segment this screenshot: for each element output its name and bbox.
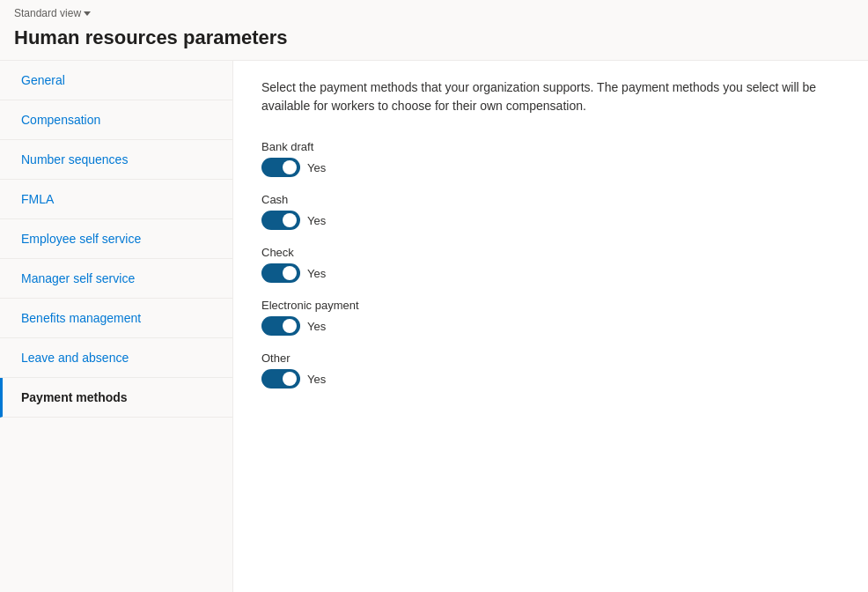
page-container: Standard view Human resources parameters… (0, 0, 868, 592)
sidebar-item-label-benefits-management: Benefits management (21, 311, 141, 325)
main-content: GeneralCompensationNumber sequencesFMLAE… (0, 60, 868, 592)
method-label-bank-draft: Bank draft (261, 140, 840, 153)
toggle-row-other: Yes (261, 369, 840, 388)
toggle-thumb-other (283, 372, 297, 386)
sidebar-item-compensation[interactable]: Compensation (0, 100, 232, 140)
sidebar-item-label-manager-self-service: Manager self service (21, 271, 135, 285)
payment-method-row-check: CheckYes (261, 246, 840, 283)
toggle-track-bank-draft (261, 158, 300, 177)
toggle-row-bank-draft: Yes (261, 158, 840, 177)
page-title: Human resources parameters (0, 23, 868, 60)
toggle-track-cash (261, 211, 300, 230)
toggle-thumb-cash (283, 213, 297, 227)
chevron-down-icon (84, 11, 91, 16)
toggle-track-check (261, 263, 300, 283)
toggle-electronic-payment[interactable] (261, 316, 300, 336)
method-label-check: Check (261, 246, 840, 259)
toggle-other[interactable] (261, 369, 300, 388)
top-bar: Standard view (0, 0, 868, 23)
payment-method-row-electronic-payment: Electronic paymentYes (261, 299, 840, 336)
sidebar-item-number-sequences[interactable]: Number sequences (0, 140, 232, 180)
sidebar-item-label-number-sequences: Number sequences (21, 152, 128, 166)
sidebar-item-label-fmla: FMLA (21, 192, 54, 206)
method-label-cash: Cash (261, 193, 840, 206)
sidebar-item-leave-and-absence[interactable]: Leave and absence (0, 338, 232, 378)
sidebar-item-general[interactable]: General (0, 61, 232, 100)
toggle-row-cash: Yes (261, 211, 840, 230)
toggle-check[interactable] (261, 263, 300, 283)
method-label-electronic-payment: Electronic payment (261, 299, 840, 312)
toggle-yes-label-bank-draft: Yes (307, 161, 326, 174)
sidebar-item-fmla[interactable]: FMLA (0, 180, 232, 219)
description-text: Select the payment methods that your org… (261, 78, 840, 115)
sidebar-item-benefits-management[interactable]: Benefits management (0, 299, 232, 338)
sidebar-item-manager-self-service[interactable]: Manager self service (0, 259, 232, 299)
toggle-cash[interactable] (261, 211, 300, 230)
payment-method-row-other: OtherYes (261, 352, 840, 388)
toggle-yes-label-electronic-payment: Yes (307, 320, 326, 333)
toggle-thumb-check (283, 266, 297, 280)
method-label-other: Other (261, 352, 840, 365)
payment-method-row-cash: CashYes (261, 193, 840, 230)
sidebar-item-employee-self-service[interactable]: Employee self service (0, 219, 232, 259)
sidebar-item-label-payment-methods: Payment methods (21, 390, 128, 404)
toggle-yes-label-cash: Yes (307, 214, 326, 227)
toggle-row-electronic-payment: Yes (261, 316, 840, 336)
toggle-thumb-bank-draft (283, 160, 297, 174)
sidebar-item-label-general: General (21, 73, 65, 87)
sidebar-item-payment-methods[interactable]: Payment methods (0, 378, 232, 418)
sidebar-item-label-leave-and-absence: Leave and absence (21, 351, 129, 365)
sidebar: GeneralCompensationNumber sequencesFMLAE… (0, 61, 233, 592)
content-area: Select the payment methods that your org… (233, 61, 868, 592)
toggle-track-other (261, 369, 300, 388)
toggle-track-electronic-payment (261, 316, 300, 336)
sidebar-item-label-compensation: Compensation (21, 113, 100, 127)
toggle-bank-draft[interactable] (261, 158, 300, 177)
standard-view-button[interactable]: Standard view (14, 7, 91, 19)
payment-method-row-bank-draft: Bank draftYes (261, 140, 840, 177)
standard-view-label: Standard view (14, 7, 81, 19)
toggle-yes-label-other: Yes (307, 373, 326, 386)
toggle-thumb-electronic-payment (283, 319, 297, 333)
sidebar-item-label-employee-self-service: Employee self service (21, 232, 141, 246)
toggle-row-check: Yes (261, 263, 840, 283)
payment-methods-list: Bank draftYesCashYesCheckYesElectronic p… (261, 140, 840, 388)
toggle-yes-label-check: Yes (307, 267, 326, 280)
